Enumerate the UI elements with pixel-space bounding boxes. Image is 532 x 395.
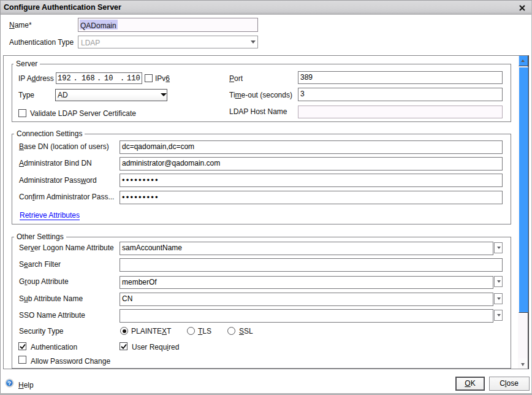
svg-text:?: ? [8,380,12,386]
